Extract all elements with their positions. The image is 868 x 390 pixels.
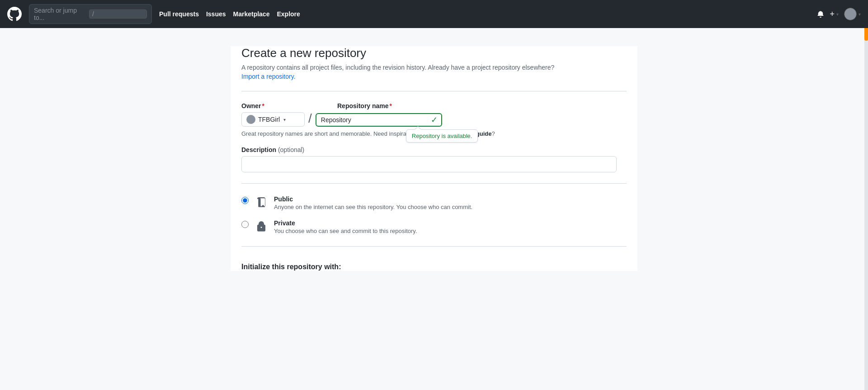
private-radio[interactable] [241, 221, 249, 228]
public-content: Public Anyone on the internet can see th… [274, 195, 472, 210]
repo-name-group: Repository name* [337, 102, 392, 109]
initialize-section: Initialize this repository with: [241, 257, 627, 271]
search-box[interactable]: Search or jump to... / [29, 4, 152, 24]
new-menu-button[interactable]: + ▾ [830, 10, 839, 19]
check-icon: ✓ [431, 115, 438, 125]
nav-issues[interactable]: Issues [206, 10, 226, 18]
owner-avatar [246, 115, 255, 124]
form-divider [241, 91, 627, 91]
owner-value: TFBGirl [258, 116, 280, 123]
github-logo[interactable] [7, 7, 22, 21]
slash-spacer [319, 102, 323, 109]
import-repository-link[interactable]: Import a repository. [241, 73, 296, 80]
public-icon [254, 195, 269, 210]
public-desc: Anyone on the internet can see this repo… [274, 204, 472, 210]
nav-marketplace[interactable]: Marketplace [233, 10, 270, 18]
repo-name-input[interactable] [316, 113, 442, 127]
public-option: Public Anyone on the internet can see th… [241, 195, 627, 211]
main-content: Create a new repository A repository con… [231, 46, 637, 271]
user-chevron-icon: ▾ [859, 12, 861, 17]
search-placeholder: Search or jump to... [34, 7, 85, 21]
visibility-divider [241, 183, 627, 184]
private-icon [254, 219, 269, 234]
private-desc: You choose who can see and commit to thi… [274, 228, 417, 234]
private-title: Private [274, 219, 417, 227]
private-content: Private You choose who can see and commi… [274, 219, 417, 234]
public-radio[interactable] [241, 197, 249, 204]
owner-repo-row: TFBGirl ▾ / ✓ Repository is available. [241, 111, 627, 127]
owner-chevron-icon: ▾ [283, 117, 286, 122]
page-subtitle: A repository contains all project files,… [241, 64, 627, 71]
scrollbar[interactable] [864, 0, 868, 289]
nav-pull-requests[interactable]: Pull requests [159, 10, 199, 18]
navbar: Search or jump to... / Pull requests Iss… [0, 0, 868, 28]
navbar-links: Pull requests Issues Marketplace Explore [159, 10, 300, 18]
description-section: Description (optional) [241, 146, 627, 172]
owner-group: Owner* [241, 102, 305, 109]
nav-explore[interactable]: Explore [277, 10, 300, 18]
user-menu-button[interactable]: ▾ [844, 8, 861, 20]
owner-select[interactable]: TFBGirl ▾ [241, 112, 305, 127]
notifications-button[interactable] [817, 10, 824, 18]
owner-label: Owner* [241, 102, 305, 109]
owner-repo-labels: Owner* Repository name* [241, 102, 627, 109]
description-label: Description (optional) [241, 146, 627, 153]
description-input[interactable] [241, 156, 617, 172]
avatar [844, 8, 857, 20]
repo-name-label: Repository name* [337, 102, 392, 109]
owner-required: * [262, 102, 264, 109]
page-title: Create a new repository [241, 46, 627, 60]
repo-name-input-wrap: ✓ Repository is available. [316, 113, 442, 127]
visibility-section: Public Anyone on the internet can see th… [241, 195, 627, 235]
availability-tooltip: Repository is available. [406, 129, 478, 143]
private-option: Private You choose who can see and commi… [241, 219, 627, 235]
search-kbd: / [89, 10, 147, 19]
repo-name-required: * [390, 102, 392, 109]
new-chevron-icon: ▾ [836, 12, 839, 17]
navbar-right: + ▾ ▾ [817, 8, 861, 20]
public-title: Public [274, 195, 472, 203]
optional-text: (optional) [278, 146, 304, 153]
slash-separator: / [308, 111, 312, 127]
initialize-divider [241, 246, 627, 247]
plus-icon: + [830, 10, 835, 19]
initialize-title: Initialize this repository with: [241, 257, 627, 271]
